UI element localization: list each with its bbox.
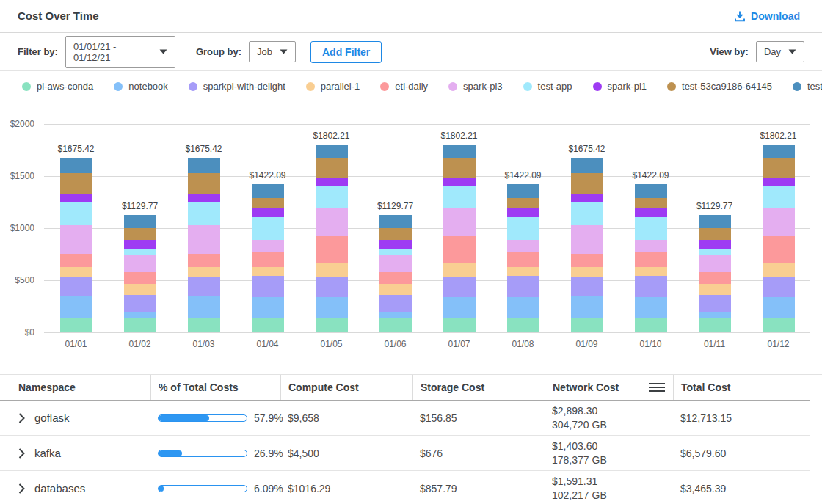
bar-segment-test-53ca9186-64145[interactable]: [443, 158, 476, 178]
bar-segment-spark-pi1[interactable]: [571, 194, 603, 202]
bar-segment-test-pkix[interactable]: [699, 215, 731, 229]
bar-segment-test-app[interactable]: [188, 202, 220, 226]
bar-segment-test-53ca9186-64145[interactable]: [60, 173, 92, 194]
bar-segment-test-pkix[interactable]: [571, 158, 603, 173]
bar-segment-spark-pi1[interactable]: [507, 208, 539, 216]
bar-segment-etl-daily[interactable]: [188, 254, 220, 268]
bar-segment-pi-aws-conda[interactable]: [699, 318, 731, 332]
bar-segment-test-app[interactable]: [316, 186, 348, 208]
legend-item-pi-aws-conda[interactable]: pi-aws-conda: [22, 81, 93, 92]
bar-segment-spark-pi3[interactable]: [316, 208, 348, 235]
bar-segment-notebook[interactable]: [443, 297, 476, 318]
namespace-cell[interactable]: goflask: [0, 412, 150, 424]
bar-segment-pi-aws-conda[interactable]: [188, 318, 220, 332]
bar-segment-pi-aws-conda[interactable]: [571, 318, 603, 332]
bar-segment-spark-pi3[interactable]: [188, 225, 220, 253]
bar-segment-spark-pi3[interactable]: [571, 225, 603, 253]
bar-segment-notebook[interactable]: [379, 312, 412, 318]
legend-item-test-app[interactable]: test-app: [523, 81, 572, 92]
legend-item-spark-pi3[interactable]: spark-pi3: [448, 81, 502, 92]
bar-segment-test-app[interactable]: [60, 202, 92, 226]
bar-segment-parallel-1[interactable]: [635, 267, 667, 276]
menu-icon[interactable]: [648, 382, 666, 392]
bar-segment-test-app[interactable]: [252, 217, 284, 240]
bar-segment-test-53ca9186-64145[interactable]: [379, 228, 412, 239]
legend-item-test-pkix[interactable]: test-pkix: [793, 81, 822, 92]
column-header-network-cost[interactable]: Network Cost: [545, 375, 673, 400]
bar-segment-sparkpi-with-delight[interactable]: [379, 295, 412, 312]
bar-segment-notebook[interactable]: [316, 297, 348, 318]
bar-segment-test-pkix[interactable]: [379, 215, 412, 229]
column-header-storage-cost[interactable]: Storage Cost: [412, 375, 545, 400]
legend-item-test-53ca9186-64145[interactable]: test-53ca9186-64145: [667, 81, 772, 92]
bar-segment-test-app[interactable]: [124, 249, 156, 255]
bar-segment-spark-pi3[interactable]: [507, 240, 539, 252]
column-header-compute-cost[interactable]: Compute Cost: [280, 375, 412, 400]
legend-item-sparkpi-with-delight[interactable]: sparkpi-with-delight: [189, 81, 285, 92]
bar-segment-notebook[interactable]: [763, 297, 795, 318]
bar-segment-spark-pi1[interactable]: [379, 240, 412, 249]
bar-segment-spark-pi3[interactable]: [60, 225, 92, 253]
bar-segment-test-app[interactable]: [635, 217, 667, 240]
bar-segment-sparkpi-with-delight[interactable]: [763, 277, 795, 298]
bar-segment-notebook[interactable]: [571, 296, 603, 318]
bar-segment-etl-daily[interactable]: [507, 252, 539, 267]
bar-segment-etl-daily[interactable]: [763, 236, 795, 263]
bar-segment-sparkpi-with-delight[interactable]: [571, 277, 603, 296]
view-by-dropdown[interactable]: Day: [756, 41, 804, 62]
bar-segment-test-53ca9186-64145[interactable]: [571, 173, 603, 194]
bar-segment-parallel-1[interactable]: [124, 284, 156, 294]
legend-item-notebook[interactable]: notebook: [114, 81, 168, 92]
bar-segment-notebook[interactable]: [252, 297, 284, 319]
chevron-right-icon[interactable]: [18, 483, 25, 494]
bar-segment-test-53ca9186-64145[interactable]: [316, 158, 348, 178]
bar-segment-test-53ca9186-64145[interactable]: [763, 158, 795, 178]
bar-segment-notebook[interactable]: [60, 296, 92, 318]
bar-segment-sparkpi-with-delight[interactable]: [699, 295, 731, 312]
bar-segment-test-app[interactable]: [507, 217, 539, 240]
add-filter-button[interactable]: Add Filter: [310, 41, 382, 63]
bar-segment-parallel-1[interactable]: [699, 284, 731, 294]
bar-segment-sparkpi-with-delight[interactable]: [316, 277, 348, 298]
bar-segment-sparkpi-with-delight[interactable]: [635, 276, 667, 297]
bar-segment-etl-daily[interactable]: [699, 272, 731, 284]
chevron-right-icon[interactable]: [18, 448, 25, 459]
bar-segment-spark-pi1[interactable]: [188, 194, 220, 202]
bar-segment-test-app[interactable]: [699, 249, 731, 255]
legend-item-parallel-1[interactable]: parallel-1: [306, 81, 360, 92]
bar-segment-parallel-1[interactable]: [379, 284, 412, 294]
bar-segment-test-pkix[interactable]: [443, 145, 476, 158]
namespace-cell[interactable]: databases: [0, 482, 150, 494]
bar-segment-test-pkix[interactable]: [124, 215, 156, 229]
bar-segment-sparkpi-with-delight[interactable]: [188, 277, 220, 296]
bar-segment-parallel-1[interactable]: [188, 267, 220, 277]
date-range-dropdown[interactable]: 01/01/21 - 01/12/21: [65, 36, 175, 68]
column-header-total-cost[interactable]: Total Cost: [673, 375, 810, 400]
bar-segment-etl-daily[interactable]: [316, 236, 348, 263]
bar-segment-notebook[interactable]: [635, 297, 667, 319]
bar-segment-parallel-1[interactable]: [571, 267, 603, 277]
bar-segment-spark-pi1[interactable]: [699, 240, 731, 249]
bar-segment-test-pkix[interactable]: [188, 158, 220, 173]
bar-segment-etl-daily[interactable]: [252, 252, 284, 267]
bar-segment-etl-daily[interactable]: [379, 272, 412, 284]
bar-segment-spark-pi1[interactable]: [252, 208, 284, 216]
bar-segment-test-app[interactable]: [571, 202, 603, 226]
bar-segment-notebook[interactable]: [507, 297, 539, 319]
legend-item-spark-pi1[interactable]: spark-pi1: [593, 81, 647, 92]
chevron-right-icon[interactable]: [18, 413, 25, 423]
bar-segment-parallel-1[interactable]: [60, 267, 92, 277]
bar-segment-etl-daily[interactable]: [571, 254, 603, 268]
bar-segment-pi-aws-conda[interactable]: [124, 318, 156, 332]
bar-segment-test-53ca9186-64145[interactable]: [124, 228, 156, 239]
bar-segment-sparkpi-with-delight[interactable]: [124, 295, 156, 312]
bar-segment-spark-pi1[interactable]: [316, 178, 348, 186]
bar-segment-pi-aws-conda[interactable]: [60, 318, 92, 332]
bar-segment-pi-aws-conda[interactable]: [635, 318, 667, 332]
group-by-dropdown[interactable]: Job: [249, 41, 296, 62]
legend-item-etl-daily[interactable]: etl-daily: [380, 81, 428, 92]
bar-segment-test-pkix[interactable]: [252, 184, 284, 198]
bar-segment-pi-aws-conda[interactable]: [443, 318, 476, 332]
bar-segment-sparkpi-with-delight[interactable]: [443, 277, 476, 298]
bar-segment-parallel-1[interactable]: [507, 267, 539, 276]
